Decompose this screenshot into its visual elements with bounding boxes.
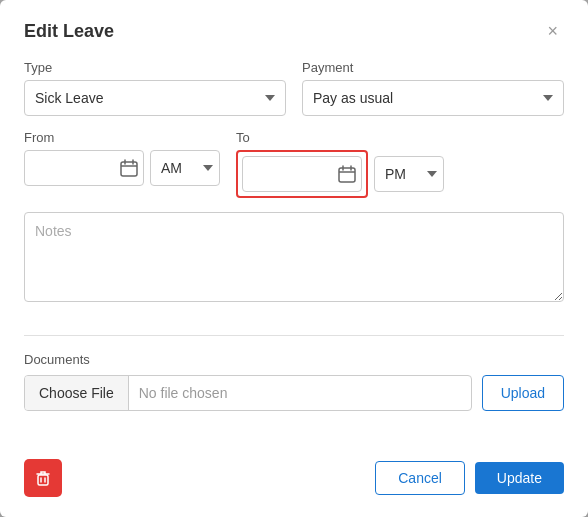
payment-label: Payment bbox=[302, 60, 564, 75]
footer-right: Cancel Update bbox=[375, 461, 564, 495]
choose-file-button[interactable]: Choose File bbox=[25, 376, 129, 410]
divider bbox=[24, 335, 564, 336]
to-highlight-box: 20/06/2023 bbox=[236, 150, 368, 198]
documents-label: Documents bbox=[24, 352, 564, 367]
type-select[interactable]: Sick Leave Annual Leave Personal Leave bbox=[24, 80, 286, 116]
file-name-display: No file chosen bbox=[129, 385, 471, 401]
to-group: To 20/06/2023 bbox=[236, 130, 444, 198]
svg-rect-8 bbox=[38, 475, 48, 485]
trash-icon bbox=[34, 469, 52, 487]
to-date-wrap: 20/06/2023 bbox=[242, 156, 362, 192]
to-calendar-button[interactable] bbox=[338, 165, 356, 183]
modal-overlay: Edit Leave × Type Sick Leave Annual Leav… bbox=[0, 0, 588, 517]
upload-button[interactable]: Upload bbox=[482, 375, 564, 411]
svg-rect-4 bbox=[339, 168, 355, 182]
modal-header: Edit Leave × bbox=[24, 20, 564, 42]
type-group: Type Sick Leave Annual Leave Personal Le… bbox=[24, 60, 286, 116]
edit-leave-modal: Edit Leave × Type Sick Leave Annual Leav… bbox=[0, 0, 588, 517]
modal-title: Edit Leave bbox=[24, 21, 114, 42]
to-inner: 20/06/2023 AM bbox=[236, 150, 444, 198]
from-period-select[interactable]: AM PM bbox=[150, 150, 220, 186]
from-label: From bbox=[24, 130, 220, 145]
notes-group bbox=[24, 212, 564, 305]
documents-section: Documents Choose File No file chosen Upl… bbox=[24, 352, 564, 411]
file-row: Choose File No file chosen Upload bbox=[24, 375, 564, 411]
cancel-button[interactable]: Cancel bbox=[375, 461, 465, 495]
from-to-row: From 06/06/2023 bbox=[24, 130, 564, 198]
from-section: 06/06/2023 AM PM bbox=[24, 150, 220, 186]
svg-rect-0 bbox=[121, 162, 137, 176]
close-button[interactable]: × bbox=[541, 20, 564, 42]
to-label: To bbox=[236, 130, 444, 145]
to-period-select[interactable]: AM PM bbox=[374, 156, 444, 192]
payment-select[interactable]: Pay as usual No pay Half pay bbox=[302, 80, 564, 116]
from-calendar-button[interactable] bbox=[120, 159, 138, 177]
type-payment-row: Type Sick Leave Annual Leave Personal Le… bbox=[24, 60, 564, 116]
delete-button[interactable] bbox=[24, 459, 62, 497]
update-button[interactable]: Update bbox=[475, 462, 564, 494]
calendar-icon bbox=[338, 165, 356, 183]
payment-group: Payment Pay as usual No pay Half pay bbox=[302, 60, 564, 116]
file-input-wrap: Choose File No file chosen bbox=[24, 375, 472, 411]
calendar-icon bbox=[120, 159, 138, 177]
type-label: Type bbox=[24, 60, 286, 75]
from-group: From 06/06/2023 bbox=[24, 130, 220, 198]
modal-footer: Cancel Update bbox=[24, 441, 564, 497]
notes-textarea[interactable] bbox=[24, 212, 564, 302]
from-date-wrap: 06/06/2023 bbox=[24, 150, 144, 186]
